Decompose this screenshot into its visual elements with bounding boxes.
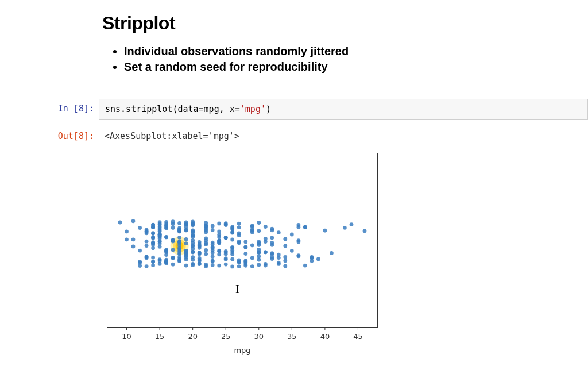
data-point	[191, 263, 195, 267]
data-point	[323, 229, 327, 233]
data-point	[204, 248, 208, 252]
bullet-list: Individual observations randomly jittere…	[113, 44, 349, 75]
data-point	[270, 251, 274, 255]
data-point	[191, 233, 195, 237]
data-point	[316, 257, 320, 261]
data-point	[191, 229, 195, 233]
data-point	[230, 250, 234, 254]
x-tick-label: 30	[254, 332, 264, 341]
data-point	[290, 249, 294, 253]
code-token: =	[199, 104, 204, 114]
data-point	[297, 238, 301, 242]
data-point	[257, 250, 261, 254]
data-point	[204, 230, 208, 234]
data-point	[310, 255, 314, 259]
data-point	[177, 246, 181, 250]
output-prompt: Out[8]:	[44, 126, 99, 146]
data-point	[237, 225, 241, 229]
data-point	[230, 257, 234, 261]
data-point	[243, 262, 247, 266]
data-point	[250, 244, 254, 248]
data-point	[264, 240, 268, 244]
data-point	[164, 258, 168, 262]
x-tick-label: 25	[221, 332, 231, 341]
data-point	[243, 252, 247, 256]
data-point	[237, 241, 241, 245]
data-point	[270, 243, 274, 247]
data-point	[237, 222, 241, 226]
data-point	[264, 225, 268, 229]
data-point	[184, 241, 188, 245]
data-point	[177, 236, 181, 240]
data-point	[257, 255, 261, 259]
data-point	[198, 258, 202, 262]
code-token: )	[266, 104, 271, 114]
x-axis-ticks: 1015202530354045	[122, 328, 362, 341]
data-point	[131, 237, 136, 241]
data-point	[257, 263, 261, 267]
data-point	[211, 228, 215, 232]
data-point	[224, 252, 228, 256]
x-tick-label: 10	[122, 332, 131, 341]
code-token: mpg, x	[204, 104, 235, 114]
bullet-item: Individual observations randomly jittere…	[124, 44, 349, 59]
data-point	[204, 242, 208, 246]
text-caret-icon: I	[235, 283, 239, 296]
code-cell: In [8]: sns.stripplot(data=mpg, x='mpg')	[44, 99, 588, 120]
data-point	[297, 225, 301, 229]
data-point	[151, 232, 155, 236]
code-input[interactable]: sns.stripplot(data=mpg, x='mpg')	[99, 99, 588, 120]
data-point	[118, 221, 122, 225]
data-point	[283, 259, 287, 263]
data-point	[191, 244, 195, 248]
data-point	[177, 259, 181, 263]
data-point	[198, 240, 202, 244]
output-text: <AxesSubplot:xlabel='mpg'>	[99, 126, 245, 146]
data-point	[230, 238, 234, 242]
data-point	[237, 264, 241, 268]
data-point	[171, 219, 175, 224]
data-point	[277, 261, 281, 265]
data-point	[230, 265, 234, 269]
data-point	[217, 222, 221, 226]
data-point	[230, 227, 234, 231]
data-point	[270, 255, 274, 259]
data-point	[177, 228, 181, 232]
bullet-item: Set a random seed for reproducibility	[124, 59, 349, 75]
data-point	[191, 258, 195, 262]
data-point	[138, 261, 142, 265]
data-point	[257, 229, 261, 233]
data-point	[211, 248, 215, 252]
data-point	[145, 229, 149, 233]
data-point	[151, 236, 155, 240]
data-point	[184, 264, 188, 268]
data-point	[138, 249, 142, 253]
data-point	[350, 222, 354, 226]
data-point	[257, 240, 261, 244]
data-point	[224, 236, 228, 240]
x-tick-label: 45	[353, 332, 363, 341]
data-point	[270, 228, 274, 232]
x-tick-label: 40	[320, 332, 330, 341]
data-point	[283, 237, 287, 241]
data-point	[151, 225, 155, 229]
data-point	[277, 253, 281, 257]
data-point	[237, 232, 241, 236]
data-point	[145, 256, 149, 260]
stripplot-figure: 1015202530354045 mpg	[107, 153, 388, 360]
data-point	[177, 240, 181, 244]
data-point	[237, 260, 241, 264]
data-point	[363, 229, 367, 233]
data-point	[243, 240, 247, 244]
page-title: Stripplot	[102, 13, 175, 34]
notebook-page: Stripplot Individual observations random…	[0, 0, 588, 366]
data-point	[184, 220, 188, 224]
data-point	[151, 260, 155, 264]
data-point	[257, 221, 261, 225]
data-point	[303, 225, 307, 229]
data-point	[211, 241, 215, 245]
data-point	[164, 235, 168, 239]
plot-svg: 1015202530354045 mpg	[107, 153, 388, 360]
data-point	[330, 251, 334, 255]
data-point	[204, 238, 208, 242]
